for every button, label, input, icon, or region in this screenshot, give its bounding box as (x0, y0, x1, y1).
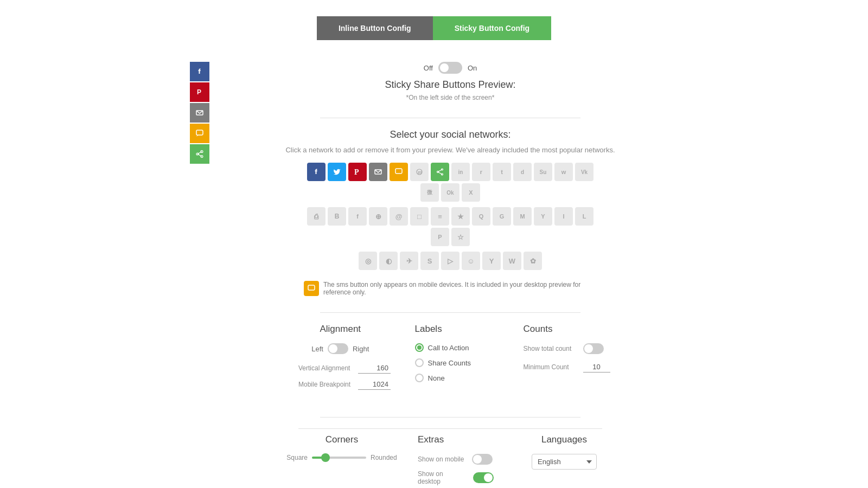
preview-toggle-row: Off On (424, 62, 477, 74)
net-google[interactable]: G (493, 207, 511, 226)
vertical-alignment-row: Vertical Alignment (298, 363, 382, 374)
net-yahoo[interactable]: Y (534, 207, 552, 226)
tab-inline[interactable]: Inline Button Config (317, 16, 433, 40)
mobile-breakpoint-row: Mobile Breakpoint (298, 379, 382, 390)
align-left-label: Left (311, 345, 323, 353)
preview-area: P (190, 62, 678, 488)
minimum-count-input[interactable] (583, 362, 610, 373)
net-sharethis[interactable] (431, 163, 449, 181)
sidebar-email-btn[interactable] (190, 103, 209, 123)
net-messenger[interactable]: m (410, 163, 429, 181)
net-instapaper[interactable]: I (554, 207, 573, 226)
net-gmail[interactable]: M (513, 207, 532, 226)
languages-section: Languages English French German Spanish … (526, 434, 602, 488)
net-email[interactable] (369, 163, 387, 181)
net-qq[interactable]: Q (472, 207, 490, 226)
vertical-alignment-label: Vertical Alignment (298, 364, 353, 372)
alignment-section: Alignment Left Right Vertical Alignm (298, 324, 382, 395)
toggle-on-label: On (468, 64, 477, 72)
net-blogger[interactable]: B (328, 207, 346, 226)
sms-note-text: The sms button only appears on mobile de… (323, 281, 597, 296)
net-box[interactable]: □ (410, 207, 429, 226)
minimum-count-label: Minimum Count (524, 363, 578, 371)
networks-title: Select your social networks: (390, 129, 510, 140)
net-r4[interactable]: S (420, 252, 439, 270)
net-r2[interactable]: ◐ (379, 252, 398, 270)
corners-square-label: Square (286, 454, 308, 461)
net-r1[interactable]: ◎ (359, 252, 377, 270)
show-mobile-toggle[interactable] (472, 454, 493, 465)
label-none-radio[interactable] (415, 374, 424, 382)
tab-sticky[interactable]: Sticky Button Config (433, 16, 551, 40)
net-whatsapp[interactable]: w (554, 163, 573, 181)
sidebar-share-btn[interactable] (190, 144, 209, 164)
net-r8[interactable]: W (503, 252, 521, 270)
mobile-breakpoint-input[interactable] (358, 379, 391, 390)
networks-grid-row3: ◎ ◐ ✈ S ▷ ☺ Y W ✿ (359, 252, 542, 270)
net-tumblr[interactable]: t (493, 163, 511, 181)
net-weibo[interactable]: 微 (420, 183, 439, 202)
svg-text:P: P (197, 88, 201, 96)
net-sms[interactable] (390, 163, 408, 181)
label-sharecount-text: Share Counts (428, 359, 471, 367)
extras-title: Extras (418, 434, 444, 445)
show-mobile-row: Show on mobile (418, 454, 493, 465)
preview-title: Sticky Share Buttons Preview: (385, 79, 515, 91)
counts-title: Counts (524, 324, 553, 335)
show-desktop-toggle[interactable] (473, 472, 494, 483)
label-cta-row[interactable]: Call to Action (415, 343, 469, 352)
net-r5[interactable]: ▷ (441, 252, 459, 270)
net-twitter[interactable] (328, 163, 346, 181)
alignment-toggle-row: Left Right (311, 343, 369, 354)
net-r9[interactable]: ✿ (524, 252, 542, 270)
divider-3 (320, 417, 580, 418)
net-at[interactable]: @ (390, 207, 408, 226)
net-line[interactable]: L (575, 207, 593, 226)
extras-section: Extras Show on mobile Show on desktop (418, 434, 494, 488)
show-total-toggle[interactable] (583, 343, 604, 354)
net-buffer[interactable]: ≡ (431, 207, 449, 226)
languages-select[interactable]: English French German Spanish Italian Po… (532, 454, 597, 470)
tab-bar: Inline Button Config Sticky Button Confi… (317, 16, 551, 40)
net-pocket[interactable]: P (431, 228, 449, 246)
net-vk[interactable]: Vk (575, 163, 593, 181)
divider-2 (320, 312, 580, 313)
label-cta-radio[interactable] (415, 343, 424, 352)
net-xing[interactable]: X (462, 183, 480, 202)
net-stars[interactable]: ★ (451, 207, 470, 226)
toggle-off-label: Off (424, 64, 433, 72)
net-flipboard[interactable]: f (348, 207, 367, 226)
label-none-row[interactable]: None (415, 374, 445, 382)
preview-subtitle: *On the left side of the screen* (406, 94, 495, 101)
net-r6[interactable]: ☺ (462, 252, 480, 270)
corners-section: Corners Square Rounded (298, 434, 385, 488)
alignment-toggle-switch[interactable] (328, 343, 348, 354)
sidebar-pinterest-btn[interactable]: P (190, 82, 209, 102)
corners-slider[interactable] (312, 457, 366, 459)
net-ok[interactable]: Ok (441, 183, 459, 202)
net-favorites[interactable]: ☆ (451, 228, 470, 246)
sms-note: The sms button only appears on mobile de… (304, 281, 597, 296)
divider-1 (320, 118, 580, 118)
show-mobile-label: Show on mobile (418, 455, 467, 463)
sidebar-facebook-btn[interactable] (190, 62, 209, 81)
label-sharecount-row[interactable]: Share Counts (415, 358, 471, 367)
sticky-sidebar-preview: P (190, 62, 209, 165)
net-r3[interactable]: ✈ (400, 252, 418, 270)
net-pinboard[interactable]: ⊕ (369, 207, 387, 226)
net-pinterest[interactable]: P (348, 163, 367, 181)
vertical-alignment-input[interactable] (358, 363, 391, 374)
svg-text:m: m (418, 170, 422, 175)
show-desktop-label: Show on desktop (418, 470, 468, 485)
net-linkedin[interactable]: in (451, 163, 470, 181)
net-reddit[interactable]: r (472, 163, 490, 181)
minimum-count-row: Minimum Count (524, 362, 610, 373)
net-stumble[interactable]: Su (534, 163, 552, 181)
preview-toggle[interactable] (438, 62, 462, 74)
net-r7[interactable]: Y (482, 252, 501, 270)
net-digg[interactable]: d (513, 163, 532, 181)
label-sharecount-radio[interactable] (415, 358, 424, 367)
net-facebook[interactable] (307, 163, 326, 181)
sidebar-sms-btn[interactable] (190, 124, 209, 143)
net-print[interactable]: ⎙ (307, 207, 326, 226)
